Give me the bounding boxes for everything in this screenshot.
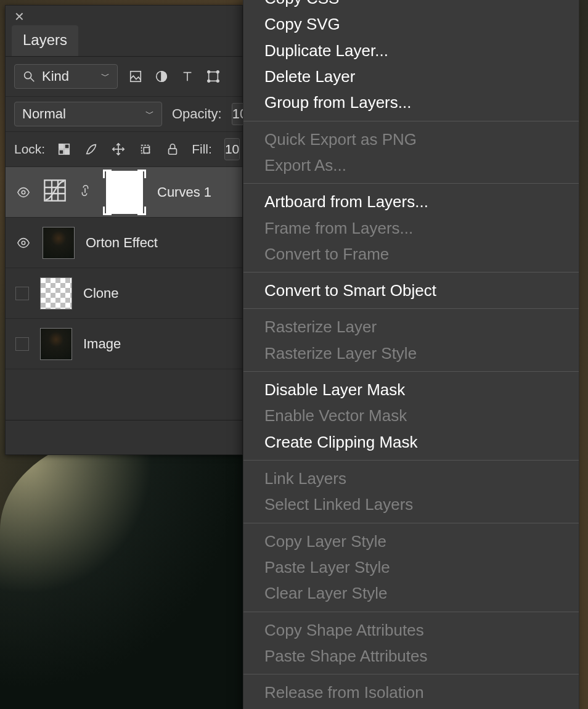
menu-separator xyxy=(243,308,579,309)
svg-point-7 xyxy=(208,71,210,73)
chevron-down-icon: ﹀ xyxy=(101,71,110,82)
svg-point-8 xyxy=(217,71,219,73)
svg-rect-17 xyxy=(142,145,150,154)
svg-point-9 xyxy=(208,80,210,83)
kind-filter-dropdown[interactable]: Kind ﹀ xyxy=(14,64,118,89)
menu-item: Convert to Frame xyxy=(243,241,579,267)
menu-item: Link Layers xyxy=(243,465,579,491)
lock-row: Lock: Fill: 10 xyxy=(6,132,242,167)
panel-titlebar: ✕ xyxy=(6,6,242,25)
menu-item: Paste Shape Attributes xyxy=(243,643,579,669)
svg-rect-11 xyxy=(59,144,63,149)
menu-item[interactable]: Artboard from Layers... xyxy=(243,189,579,215)
menu-item[interactable]: Create Clipping Mask xyxy=(243,429,579,455)
filter-toolbar: Kind ﹀ xyxy=(6,57,242,97)
svg-rect-6 xyxy=(209,72,218,81)
svg-line-1 xyxy=(31,78,35,82)
menu-item[interactable]: Disable Layer Mask xyxy=(243,377,579,403)
menu-item[interactable]: Group from Layers... xyxy=(243,89,579,115)
svg-point-27 xyxy=(22,241,25,245)
svg-rect-18 xyxy=(144,147,149,153)
menu-separator xyxy=(243,272,579,273)
panel-bottom-bar xyxy=(6,420,242,454)
adjustment-filter-icon[interactable] xyxy=(155,70,168,83)
menu-separator xyxy=(243,460,579,461)
menu-separator xyxy=(243,371,579,372)
layer-row[interactable]: Orton Effect xyxy=(6,218,242,268)
menu-item: Copy Layer Style xyxy=(243,528,579,554)
layer-name: Orton Effect xyxy=(86,235,158,251)
menu-item: Copy Shape Attributes xyxy=(243,617,579,643)
lock-all-icon[interactable] xyxy=(166,142,179,156)
menu-separator xyxy=(243,183,579,184)
svg-rect-14 xyxy=(65,150,69,154)
svg-point-10 xyxy=(217,80,219,83)
blend-mode-dropdown[interactable]: Normal ﹀ xyxy=(14,102,162,126)
lock-paint-icon[interactable] xyxy=(84,142,98,156)
close-icon[interactable]: ✕ xyxy=(14,9,25,24)
menu-item[interactable]: Convert to Smart Object xyxy=(243,277,579,303)
svg-point-0 xyxy=(25,72,31,79)
lock-label: Lock: xyxy=(14,142,45,157)
menu-separator xyxy=(243,121,579,121)
menu-item: Rasterize Layer xyxy=(243,314,579,340)
blend-mode-value: Normal xyxy=(22,106,66,122)
menu-item: Rasterize Layer Style xyxy=(243,340,579,366)
svg-rect-19 xyxy=(169,149,177,154)
fill-label: Fill: xyxy=(192,142,212,157)
eye-icon[interactable] xyxy=(17,236,30,250)
menu-item[interactable]: Delete Layer xyxy=(243,64,579,89)
panel-tabs: Layers xyxy=(6,25,242,57)
menu-item: Quick Export as PNG xyxy=(243,126,579,152)
menu-item: Release from Isolation xyxy=(243,679,579,705)
tab-layers[interactable]: Layers xyxy=(12,25,78,56)
svg-point-20 xyxy=(22,191,25,194)
lock-position-icon[interactable] xyxy=(112,142,125,156)
chevron-down-icon: ﹀ xyxy=(145,109,154,120)
visibility-toggle[interactable] xyxy=(15,287,29,300)
type-filter-icon[interactable] xyxy=(181,70,194,83)
lock-transparency-icon[interactable] xyxy=(57,142,71,156)
menu-separator xyxy=(243,523,579,523)
shape-filter-icon[interactable] xyxy=(206,70,220,83)
layer-thumb[interactable] xyxy=(43,227,75,259)
layer-name: Image xyxy=(83,336,121,352)
layers-list: Curves 1Orton EffectCloneImage xyxy=(6,167,242,369)
layers-panel: ✕ Layers Kind ﹀ Normal ﹀ Opacity: 10 Loc… xyxy=(5,5,243,455)
blend-row: Normal ﹀ Opacity: 10 xyxy=(6,97,242,132)
menu-item: Paste Layer Style xyxy=(243,554,579,580)
menu-item: Frame from Layers... xyxy=(243,215,579,241)
menu-item: Enable Vector Mask xyxy=(243,403,579,428)
adjustment-thumb xyxy=(43,178,67,207)
eye-icon[interactable] xyxy=(17,186,30,199)
kind-filter-label: Kind xyxy=(42,68,69,84)
fill-field[interactable]: 10 xyxy=(224,138,240,160)
layer-row[interactable]: Image xyxy=(6,319,242,369)
menu-item: Export As... xyxy=(243,152,579,178)
menu-item[interactable]: Copy SVG xyxy=(243,11,579,37)
pixel-filter-icon[interactable] xyxy=(129,70,142,83)
svg-rect-12 xyxy=(65,144,69,149)
menu-item: Clear Layer Style xyxy=(243,580,579,606)
svg-rect-2 xyxy=(131,72,141,82)
layer-context-menu: Copy CSSCopy SVGDuplicate Layer...Delete… xyxy=(243,0,579,709)
layer-row[interactable]: Curves 1 xyxy=(6,167,242,218)
layer-thumb[interactable] xyxy=(40,328,72,360)
visibility-toggle[interactable] xyxy=(15,337,29,351)
fill-value: 10 xyxy=(225,142,239,157)
search-icon xyxy=(22,70,36,83)
menu-item: Select Linked Layers xyxy=(243,491,579,517)
svg-rect-13 xyxy=(59,150,63,154)
menu-item[interactable]: Duplicate Layer... xyxy=(243,38,579,64)
opacity-label: Opacity: xyxy=(172,106,222,122)
layer-mask-thumb[interactable] xyxy=(103,167,146,218)
layer-thumb[interactable] xyxy=(40,277,72,309)
menu-item[interactable]: Copy CSS xyxy=(243,0,579,11)
lock-artboard-icon[interactable] xyxy=(139,142,152,156)
layer-name: Curves 1 xyxy=(157,184,211,200)
menu-separator xyxy=(243,674,579,674)
link-icon xyxy=(78,184,92,201)
menu-separator xyxy=(243,612,579,612)
layer-name: Clone xyxy=(83,285,118,301)
layer-row[interactable]: Clone xyxy=(6,268,242,319)
